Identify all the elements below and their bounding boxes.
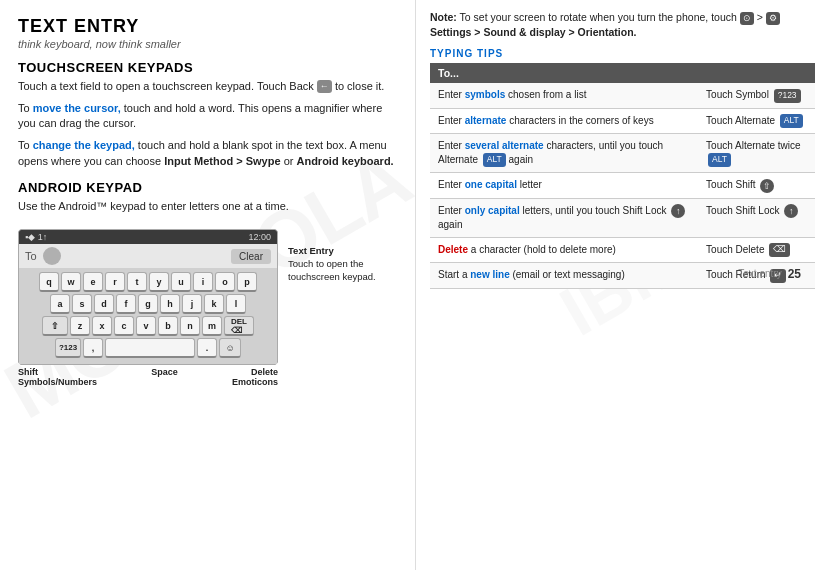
right-panel: IBM Note: To set your screen to rotate w…: [415, 0, 829, 570]
key-l[interactable]: l: [226, 294, 246, 314]
callout-body: Touch to open the touchscreen keypad.: [288, 258, 376, 282]
emoticons-label: Emoticons: [232, 377, 278, 387]
delete-label: Delete: [251, 367, 278, 377]
section2-body: Use the Android™ keypad to enter letters…: [18, 199, 397, 215]
table-row: Enter one capital letter Touch Shift ⇧: [430, 173, 815, 198]
key-y[interactable]: y: [149, 272, 169, 292]
key-i[interactable]: i: [193, 272, 213, 292]
table-cell-action: Enter only capital letters, until you to…: [430, 198, 698, 237]
table-cell-action: Enter symbols chosen from a list: [430, 83, 698, 108]
key-h[interactable]: h: [160, 294, 180, 314]
table-cell-action: Start a new line (email or text messagin…: [430, 263, 698, 288]
main-title: TEXT ENTRY: [18, 16, 397, 38]
back-btn-icon: ←: [317, 80, 332, 93]
key-z[interactable]: z: [70, 316, 90, 336]
status-time: 12:00: [248, 232, 271, 242]
table-header-method: [698, 63, 815, 83]
tips-table: To... Enter symbols chosen from a list T…: [430, 63, 815, 288]
emoticons-key[interactable]: ☺: [219, 338, 241, 358]
key-row-1: q w e r t y u i o p: [21, 272, 275, 292]
key-c[interactable]: c: [114, 316, 134, 336]
main-subtitle: think keyboard, now think smaller: [18, 38, 397, 50]
symbol-badge: ?123: [774, 89, 801, 103]
table-cell-method: Touch Alternate twice ALT: [698, 134, 815, 173]
key-r[interactable]: r: [105, 272, 125, 292]
key-x[interactable]: x: [92, 316, 112, 336]
key-m[interactable]: m: [202, 316, 222, 336]
table-cell-method: Touch Alternate ALT: [698, 108, 815, 133]
table-cell-action: Enter alternate characters in the corner…: [430, 108, 698, 133]
symbols-label: Symbols/Numbers: [18, 377, 97, 387]
callout-text: Text Entry Touch to open the touchscreen…: [288, 245, 388, 283]
key-row-3: ⇧ z x c v b n m DEL⌫: [21, 316, 275, 336]
key-a[interactable]: a: [50, 294, 70, 314]
key-t[interactable]: t: [127, 272, 147, 292]
space-key[interactable]: [105, 338, 195, 358]
table-row: Enter several alternate characters, unti…: [430, 134, 815, 173]
comma-key[interactable]: ,: [83, 338, 103, 358]
section1-body3: To change the keypad, touch and hold a b…: [18, 138, 397, 170]
note-section: Note: To set your screen to rotate when …: [430, 10, 815, 40]
callout-title: Text Entry: [288, 245, 334, 256]
table-row: Enter alternate characters in the corner…: [430, 108, 815, 133]
shift-label: Shift: [18, 367, 97, 377]
key-row-2: a s d f g h j k l: [21, 294, 275, 314]
delete-key[interactable]: DEL⌫: [224, 316, 254, 336]
key-k[interactable]: k: [204, 294, 224, 314]
table-cell-method: Touch Shift Lock ↑: [698, 198, 815, 237]
shiftlock-badge: ↑: [671, 204, 685, 218]
shift-badge: ⇧: [760, 179, 774, 193]
key-p[interactable]: p: [237, 272, 257, 292]
key-u[interactable]: u: [171, 272, 191, 292]
key-g[interactable]: g: [138, 294, 158, 314]
key-row-4: ?123 , . ☺: [21, 338, 275, 358]
section1-body1: Touch a text field to open a touchscreen…: [18, 79, 397, 95]
alt-badge: ALT: [780, 114, 803, 128]
footer-page: 25: [788, 267, 801, 281]
clear-button[interactable]: Clear: [231, 249, 271, 264]
to-label: To: [25, 250, 37, 262]
period-key[interactable]: .: [197, 338, 217, 358]
section1-body2: To move the cursor, touch and hold a wor…: [18, 101, 397, 133]
section1-title: TOUCHSCREEN KEYPADS: [18, 60, 397, 75]
key-q[interactable]: q: [39, 272, 59, 292]
settings-icon: ⚙: [766, 12, 780, 25]
table-cell-method: Touch Delete ⌫: [698, 238, 815, 263]
alt-badge-3: ALT: [708, 153, 731, 167]
shiftlock-badge-2: ↑: [784, 204, 798, 218]
table-row: Enter only capital letters, until you to…: [430, 198, 815, 237]
key-v[interactable]: v: [136, 316, 156, 336]
note-path: Settings > Sound & display > Orientation…: [430, 26, 637, 38]
status-icons: ▪◆ 1↑: [25, 232, 47, 242]
key-s[interactable]: s: [72, 294, 92, 314]
keyboard-illustration: ▪◆ 1↑ 12:00 To Clear q w: [18, 229, 278, 365]
alt-badge-2: ALT: [483, 153, 506, 167]
key-b[interactable]: b: [158, 316, 178, 336]
key-d[interactable]: d: [94, 294, 114, 314]
table-cell-method: Touch Symbol ?123: [698, 83, 815, 108]
key-f[interactable]: f: [116, 294, 136, 314]
note-label: Note:: [430, 11, 457, 23]
footer-label: Text entry: [738, 268, 781, 279]
keyboard-area: ▪◆ 1↑ 12:00 To Clear q w: [18, 221, 278, 387]
section2-title: ANDROID KEYPAD: [18, 180, 397, 195]
key-w[interactable]: w: [61, 272, 81, 292]
symbols-key[interactable]: ?123: [55, 338, 81, 358]
left-panel: MOTOROLA TEXT ENTRY think keyboard, now …: [0, 0, 415, 570]
table-row: Delete a character (hold to delete more)…: [430, 238, 815, 263]
table-cell-action: Enter several alternate characters, unti…: [430, 134, 698, 173]
page-footer: Text entry 25: [738, 267, 801, 281]
table-cell-method: Touch Shift ⇧: [698, 173, 815, 198]
typing-tips-label: TYPING TIPS: [430, 48, 815, 59]
table-cell-action: Enter one capital letter: [430, 173, 698, 198]
note-text: To set your screen to rotate when you tu…: [460, 11, 740, 23]
key-o[interactable]: o: [215, 272, 235, 292]
table-header: To...: [430, 63, 698, 83]
key-e[interactable]: e: [83, 272, 103, 292]
key-j[interactable]: j: [182, 294, 202, 314]
delete-badge: ⌫: [769, 243, 790, 257]
space-label: Space: [151, 367, 178, 387]
key-n[interactable]: n: [180, 316, 200, 336]
table-row: Enter symbols chosen from a list Touch S…: [430, 83, 815, 108]
shift-key[interactable]: ⇧: [42, 316, 68, 336]
